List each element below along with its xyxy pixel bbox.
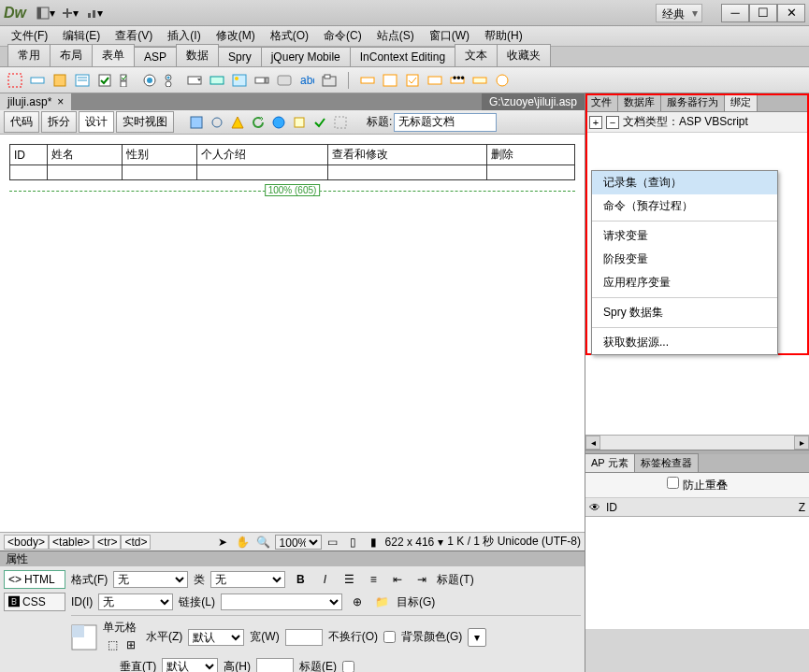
bgcolor-swatch[interactable]: ▾ <box>468 628 486 647</box>
panel-tab-server[interactable]: 服务器行为 <box>660 93 725 111</box>
link-point-icon[interactable]: ⊕ <box>348 593 367 611</box>
textfield-icon[interactable] <box>28 71 47 90</box>
editor-table[interactable]: ID 姓名 性别 个人介绍 查看和修改 删除 <box>9 144 575 180</box>
menu-insert[interactable]: 插入(I) <box>160 26 208 46</box>
binding-remove-icon[interactable]: − <box>606 116 619 129</box>
workspace-selector[interactable]: 经典 <box>656 4 702 22</box>
radio-group-icon[interactable] <box>163 71 181 90</box>
menu-window[interactable]: 窗口(W) <box>422 26 477 46</box>
ap-col-z[interactable]: Z <box>799 501 805 514</box>
panel-tab-files[interactable]: 文件 <box>585 93 618 111</box>
select-tool-icon[interactable]: ➤ <box>213 533 232 551</box>
class-select[interactable]: 无 <box>210 571 285 588</box>
bold-icon[interactable]: B <box>291 570 310 589</box>
cm-spry-dataset[interactable]: Spry 数据集 <box>592 301 777 324</box>
link-browse-icon[interactable]: 📁 <box>372 593 391 611</box>
view-code-button[interactable]: 代码 <box>4 111 39 133</box>
doc-title-input[interactable] <box>394 113 497 132</box>
italic-icon[interactable]: I <box>315 570 334 589</box>
scroll-right-icon[interactable]: ▸ <box>794 436 809 450</box>
menu-help[interactable]: 帮助(H) <box>477 26 530 46</box>
indent-icon[interactable]: ⇥ <box>412 570 431 589</box>
cm-app-var[interactable]: 应用程序变量 <box>592 271 777 294</box>
tag-tr[interactable]: <tr> <box>94 535 121 550</box>
server-debug-icon[interactable] <box>228 113 247 132</box>
textarea-icon[interactable] <box>73 71 92 90</box>
cm-command[interactable]: 命令（预存过程） <box>592 194 777 218</box>
th-delete[interactable]: 删除 <box>487 145 575 165</box>
insert-tab-ice[interactable]: InContext Editing <box>350 47 455 66</box>
prevent-overlap-checkbox[interactable] <box>667 477 679 489</box>
binding-add-icon[interactable]: + <box>589 116 602 129</box>
tag-table[interactable]: <table> <box>49 535 94 550</box>
split-icon[interactable]: ⊞ <box>122 636 140 654</box>
spry-textfield-icon[interactable] <box>358 71 377 90</box>
insert-tab-layout[interactable]: 布局 <box>50 44 93 66</box>
filefield-icon[interactable] <box>253 71 271 90</box>
label-icon[interactable]: abc <box>297 71 316 90</box>
extend-dropdown-icon[interactable]: ▾ <box>60 4 80 22</box>
imagefield-icon[interactable] <box>230 71 249 90</box>
header-checkbox[interactable] <box>342 661 354 673</box>
spry-password-icon[interactable]: ••• <box>448 71 467 90</box>
layout-dropdown-icon[interactable]: ▾ <box>36 4 56 22</box>
eye-icon[interactable]: 👁 <box>589 501 600 514</box>
menu-format[interactable]: 格式(O) <box>263 26 316 46</box>
menu-modify[interactable]: 修改(M) <box>209 26 263 46</box>
insert-tab-fav[interactable]: 收藏夹 <box>497 44 551 66</box>
th-intro[interactable]: 个人介绍 <box>197 145 328 165</box>
view-design-button[interactable]: 设计 <box>79 111 114 133</box>
doc-tab-close-icon[interactable]: × <box>57 95 64 108</box>
maximize-button[interactable]: ☐ <box>749 4 777 22</box>
menu-site[interactable]: 站点(S) <box>369 26 422 46</box>
select-icon[interactable] <box>185 71 204 90</box>
format-select[interactable]: 无 <box>113 571 188 588</box>
button-icon[interactable] <box>275 71 294 90</box>
ap-col-id[interactable]: ID <box>606 501 799 514</box>
ul-icon[interactable]: ☰ <box>339 570 358 589</box>
livecode-icon[interactable] <box>187 113 206 132</box>
hidden-icon[interactable] <box>51 71 69 90</box>
th-gender[interactable]: 性别 <box>123 145 197 165</box>
insert-tab-spry[interactable]: Spry <box>218 47 262 66</box>
link-select[interactable] <box>221 593 342 610</box>
menu-edit[interactable]: 编辑(E) <box>55 26 108 46</box>
outdent-icon[interactable]: ⇤ <box>388 570 407 589</box>
file-mgmt-icon[interactable] <box>290 113 309 132</box>
spry-checkbox-icon[interactable] <box>403 71 422 90</box>
width-input[interactable] <box>285 629 323 646</box>
menu-file[interactable]: 文件(F) <box>4 26 55 46</box>
cm-recordset[interactable]: 记录集（查询） <box>592 171 777 194</box>
spry-radio-icon[interactable] <box>493 71 512 90</box>
device-icon[interactable]: ▯ <box>344 533 363 551</box>
radio-icon[interactable] <box>140 71 159 90</box>
insert-tab-text[interactable]: 文本 <box>455 44 498 66</box>
form-icon[interactable] <box>6 71 24 90</box>
insert-tab-jquery[interactable]: jQuery Mobile <box>261 47 351 66</box>
insert-tab-asp[interactable]: ASP <box>134 47 177 66</box>
insert-tab-forms[interactable]: 表单 <box>92 44 135 66</box>
ap-list[interactable] <box>585 517 809 629</box>
th-name[interactable]: 姓名 <box>48 145 123 165</box>
panel-tab-db[interactable]: 数据库 <box>617 93 661 111</box>
insert-tab-common[interactable]: 常用 <box>7 44 51 66</box>
tag-td[interactable]: <td> <box>121 535 151 550</box>
panel-tab-binding[interactable]: 绑定 <box>724 93 758 111</box>
validate-icon[interactable] <box>311 113 329 132</box>
binding-hscroll[interactable]: ◂ ▸ <box>585 435 809 450</box>
spry-select-icon[interactable] <box>426 71 444 90</box>
spry-confirm-icon[interactable] <box>470 71 489 90</box>
ol-icon[interactable]: ≡ <box>364 570 383 589</box>
height-input[interactable] <box>256 658 294 672</box>
refresh-icon[interactable] <box>249 113 267 132</box>
cm-request-var[interactable]: 请求变量 <box>592 224 777 248</box>
merge-icon[interactable]: ⬚ <box>103 636 122 654</box>
device2-icon[interactable]: ▮ <box>365 533 383 551</box>
th-id[interactable]: ID <box>10 145 48 165</box>
inspect-icon[interactable] <box>208 113 226 132</box>
panel-tab-ap[interactable]: AP 元素 <box>585 453 635 472</box>
close-button[interactable]: ✕ <box>777 4 805 22</box>
site-dropdown-icon[interactable]: ▾ <box>84 4 105 22</box>
cm-get-datasource[interactable]: 获取数据源... <box>592 331 777 354</box>
nowrap-checkbox[interactable] <box>383 631 396 643</box>
